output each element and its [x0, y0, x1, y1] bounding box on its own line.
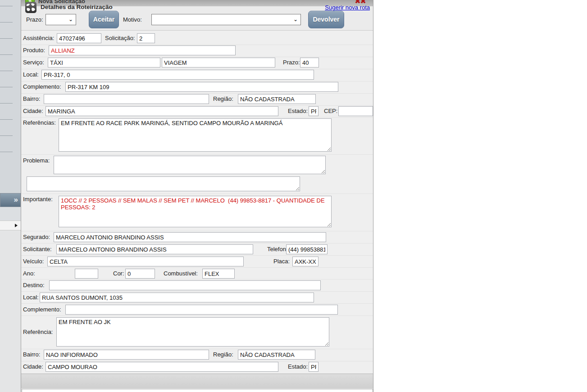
destino-local-label: Local: [23, 293, 39, 302]
placa-label: Placa: [273, 257, 290, 266]
ano-label: Ano: [23, 269, 35, 279]
servico-tipo-input[interactable] [162, 58, 275, 68]
complemento-input[interactable] [65, 82, 338, 92]
prazo-select[interactable]: ⌄ [46, 14, 76, 25]
sidebar-spacer [0, 207, 21, 221]
sidebar-divider [0, 135, 13, 136]
veiculo-label: Veículo: [23, 257, 44, 266]
bairro-label: Bairro: [23, 94, 40, 104]
referencias-label: Referências: [23, 118, 56, 128]
destino-bairro-input[interactable] [44, 350, 209, 360]
solicitante-input[interactable] [56, 244, 253, 254]
cor-input[interactable] [125, 269, 155, 279]
destino-cidade-label: Cidade: [23, 362, 43, 372]
prazo-input[interactable] [300, 58, 319, 68]
sidebar-divider [0, 152, 13, 152]
problema-secundario-textarea[interactable] [27, 176, 300, 191]
solicitacao-label: Solicitação: [105, 33, 135, 43]
sidebar-divider [0, 54, 13, 55]
segurado-label: Segurado: [23, 232, 50, 242]
problema-label: Problema: [23, 156, 50, 166]
complemento-label: Complemento: [23, 82, 61, 92]
sidebar-tab-strip [0, 0, 21, 193]
telefone-input[interactable] [286, 244, 328, 254]
roteirizacao-title: Detalhes da Roteirização [41, 4, 113, 10]
sidebar-divider [0, 87, 13, 87]
destino-regiao-input[interactable] [238, 350, 315, 360]
veiculo-input[interactable] [47, 257, 244, 266]
sidebar-divider [0, 119, 13, 120]
sidebar-divider [0, 103, 13, 104]
collapsed-sidebar: » [0, 0, 21, 392]
destino-bairro-label: Bairro: [23, 350, 40, 360]
devolver-button[interactable]: Devolver [308, 11, 344, 28]
destino-label: Destino: [23, 280, 45, 290]
destino-estado-label: Estado: [288, 362, 308, 372]
estado-input[interactable] [309, 106, 319, 116]
destino-estado-input[interactable] [309, 362, 319, 372]
chevron-down-icon: ⌄ [68, 16, 73, 23]
collapsed-panel-strip[interactable] [0, 221, 21, 230]
destino-complemento-input[interactable] [65, 305, 338, 315]
motivo-select[interactable]: ⌄ [151, 14, 301, 25]
servico-input[interactable] [48, 58, 160, 68]
aceitar-button[interactable]: Aceitar [89, 11, 119, 28]
chevron-down-icon: ⌄ [293, 16, 298, 23]
destino-complemento-label: Complemento: [23, 305, 61, 315]
local-label: Local: [23, 70, 39, 80]
roteirizacao-header [21, 374, 373, 388]
cep-input[interactable] [338, 106, 373, 116]
produto-label: Produto: [23, 45, 45, 55]
sidebar-divider [0, 71, 13, 71]
importante-textarea[interactable]: 1OCC // 2 PESSOAS // SEM MALAS // SEM PE… [59, 196, 332, 227]
ano-input[interactable] [75, 269, 98, 279]
sidebar-divider [0, 22, 13, 23]
sidebar-divider [0, 6, 13, 6]
nova-solicitacao-dialog: » Nova Solicitação ✖✖ Prazo: ⌄ Aceitar M… [21, 0, 373, 392]
cidade-input[interactable] [46, 106, 278, 116]
produto-input[interactable] [49, 45, 236, 55]
cor-label: Cor: [113, 269, 124, 279]
destino-referencia-textarea[interactable]: EM FRENTE AO JK [56, 317, 329, 347]
solicitacao-input[interactable] [137, 33, 155, 43]
destino-regiao-label: Região: [213, 350, 233, 360]
combustivel-input[interactable] [202, 269, 235, 279]
prazo-toolbar-label: Prazo: [26, 16, 43, 23]
cidade-label: Cidade: [23, 106, 43, 116]
solicitante-label: Solicitante: [23, 244, 52, 254]
importante-label: Importante: [23, 194, 53, 204]
assistencia-input[interactable] [57, 33, 101, 43]
sidebar-divider [0, 38, 13, 39]
motivo-label: Motivo: [123, 16, 142, 23]
expand-arrow-icon[interactable] [15, 224, 18, 227]
destino-referencia-label: Referência: [23, 327, 53, 337]
regiao-label: Região: [213, 94, 233, 104]
destino-cidade-input[interactable] [46, 362, 278, 372]
destino-input[interactable] [49, 280, 321, 290]
cep-label: CEP: [324, 106, 337, 116]
globe-icon [25, 2, 36, 13]
regiao-input[interactable] [238, 94, 316, 104]
assistencia-label: Assistência: [23, 33, 54, 43]
segurado-input[interactable] [54, 232, 326, 242]
placa-input[interactable] [292, 257, 319, 266]
local-input[interactable] [41, 70, 314, 80]
expand-sidebar-button[interactable]: » [0, 193, 21, 207]
sugerir-nova-rota-link[interactable]: Sugerir nova rota [325, 4, 370, 11]
referencias-textarea[interactable]: EM FRENTE AO RACE PARK MARINGÁ, SENTIDO … [59, 118, 332, 152]
combustivel-label: Combustível: [164, 269, 198, 279]
problema-textarea[interactable] [54, 156, 326, 174]
destino-local-input[interactable] [40, 293, 314, 302]
prazo-label: Prazo: [283, 58, 300, 68]
servico-label: Serviço: [23, 58, 44, 68]
estado-label: Estado: [288, 106, 308, 116]
roteirizacao-panel [22, 389, 373, 392]
bairro-input[interactable] [44, 94, 209, 104]
